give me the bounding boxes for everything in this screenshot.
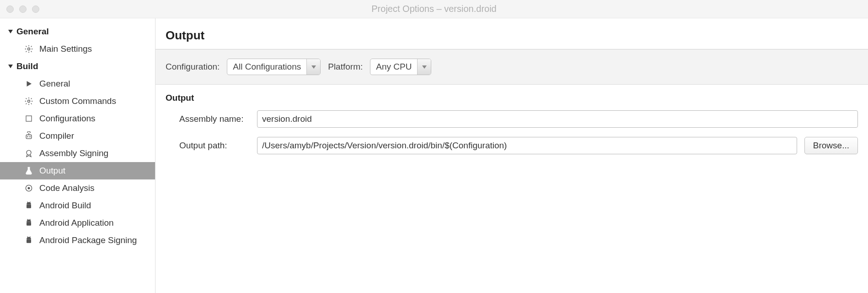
robot-icon bbox=[23, 131, 35, 141]
sidebar-item-label: Android Package Signing bbox=[39, 235, 137, 245]
main-header: Output bbox=[155, 18, 868, 49]
chevron-down-icon bbox=[306, 59, 320, 75]
gear-icon bbox=[23, 97, 35, 106]
gear-icon bbox=[23, 44, 35, 54]
android-icon bbox=[23, 236, 35, 245]
svg-point-1 bbox=[28, 48, 30, 50]
sidebar-item-label: Main Settings bbox=[39, 44, 92, 54]
sidebar-item-label: Compiler bbox=[39, 131, 74, 141]
platform-label: Platform: bbox=[328, 62, 363, 72]
sidebar-item-label: Assembly Signing bbox=[39, 148, 108, 158]
sidebar-category-general[interactable]: General bbox=[0, 23, 155, 40]
sidebar-item-android-application[interactable]: Android Application bbox=[0, 214, 155, 232]
assembly-name-input[interactable] bbox=[257, 110, 858, 128]
assembly-name-row: Assembly name: bbox=[166, 110, 858, 128]
traffic-lights bbox=[0, 5, 39, 13]
play-icon bbox=[23, 80, 35, 88]
flask-icon bbox=[23, 166, 35, 175]
target-icon bbox=[23, 184, 35, 193]
android-icon bbox=[23, 201, 35, 210]
main-panel: Output Configuration: All Configurations… bbox=[155, 18, 868, 293]
svg-point-4 bbox=[28, 100, 30, 103]
svg-marker-2 bbox=[8, 65, 13, 68]
sidebar-item-label: Output bbox=[39, 166, 65, 176]
chevron-down-icon bbox=[417, 59, 431, 75]
square-icon bbox=[23, 114, 35, 123]
output-path-row: Output path: Browse... bbox=[166, 137, 858, 154]
zoom-window-button[interactable] bbox=[32, 5, 39, 13]
page-title: Output bbox=[166, 28, 858, 43]
assembly-name-label: Assembly name: bbox=[166, 114, 257, 124]
svg-marker-3 bbox=[27, 81, 32, 87]
window-title: Project Options – version.droid bbox=[0, 4, 868, 14]
sidebar-item-custom-commands[interactable]: Custom Commands bbox=[0, 92, 155, 110]
svg-rect-12 bbox=[27, 205, 31, 208]
svg-rect-6 bbox=[26, 135, 32, 139]
disclosure-triangle-icon bbox=[6, 64, 15, 69]
sidebar-item-assembly-signing[interactable]: Assembly Signing bbox=[0, 145, 155, 162]
platform-value: Any CPU bbox=[370, 59, 417, 75]
sidebar-item-label: Android Build bbox=[39, 201, 91, 211]
svg-point-7 bbox=[27, 136, 28, 137]
svg-marker-22 bbox=[422, 65, 427, 69]
disclosure-triangle-icon bbox=[6, 29, 15, 34]
svg-point-11 bbox=[28, 187, 30, 190]
sidebar-item-configurations[interactable]: Configurations bbox=[0, 110, 155, 127]
svg-point-8 bbox=[29, 136, 31, 137]
browse-button[interactable]: Browse... bbox=[804, 137, 858, 154]
sidebar-item-android-package-signing[interactable]: Android Package Signing bbox=[0, 232, 155, 249]
svg-marker-0 bbox=[8, 30, 13, 33]
badge-icon bbox=[23, 149, 35, 158]
sidebar-item-general[interactable]: General bbox=[0, 75, 155, 92]
sidebar-item-label: Code Analysis bbox=[39, 183, 94, 193]
sidebar-item-main-settings[interactable]: Main Settings bbox=[0, 40, 155, 58]
sidebar-item-compiler[interactable]: Compiler bbox=[0, 127, 155, 145]
sidebar-item-label: Configurations bbox=[39, 114, 96, 124]
sidebar-item-output[interactable]: Output bbox=[0, 162, 155, 179]
android-icon bbox=[23, 218, 35, 228]
platform-dropdown[interactable]: Any CPU bbox=[370, 59, 431, 75]
output-path-input[interactable] bbox=[257, 137, 797, 154]
svg-rect-5 bbox=[26, 116, 32, 121]
window-titlebar: Project Options – version.droid bbox=[0, 0, 868, 18]
sidebar-category-build[interactable]: Build bbox=[0, 58, 155, 75]
svg-marker-21 bbox=[311, 65, 316, 69]
output-section-title: Output bbox=[166, 93, 858, 103]
output-section: Output Assembly name: Output path: Brows… bbox=[155, 85, 868, 172]
svg-rect-15 bbox=[27, 222, 31, 226]
sidebar-item-code-analysis[interactable]: Code Analysis bbox=[0, 179, 155, 197]
configuration-label: Configuration: bbox=[166, 62, 220, 72]
configuration-value: All Configurations bbox=[227, 59, 306, 75]
config-bar: Configuration: All Configurations Platfo… bbox=[155, 49, 868, 85]
sidebar-item-android-build[interactable]: Android Build bbox=[0, 197, 155, 214]
sidebar-category-label: General bbox=[16, 27, 49, 37]
close-window-button[interactable] bbox=[6, 5, 14, 13]
sidebar: General Main Settings Build General Cust bbox=[0, 18, 155, 293]
svg-rect-18 bbox=[27, 239, 31, 243]
sidebar-item-label: Custom Commands bbox=[39, 96, 116, 106]
sidebar-item-label: General bbox=[39, 79, 70, 89]
output-path-label: Output path: bbox=[166, 141, 257, 151]
sidebar-item-label: Android Application bbox=[39, 218, 114, 228]
minimize-window-button[interactable] bbox=[19, 5, 27, 13]
sidebar-category-label: Build bbox=[16, 61, 38, 71]
configuration-dropdown[interactable]: All Configurations bbox=[227, 59, 321, 75]
svg-point-9 bbox=[27, 150, 31, 155]
